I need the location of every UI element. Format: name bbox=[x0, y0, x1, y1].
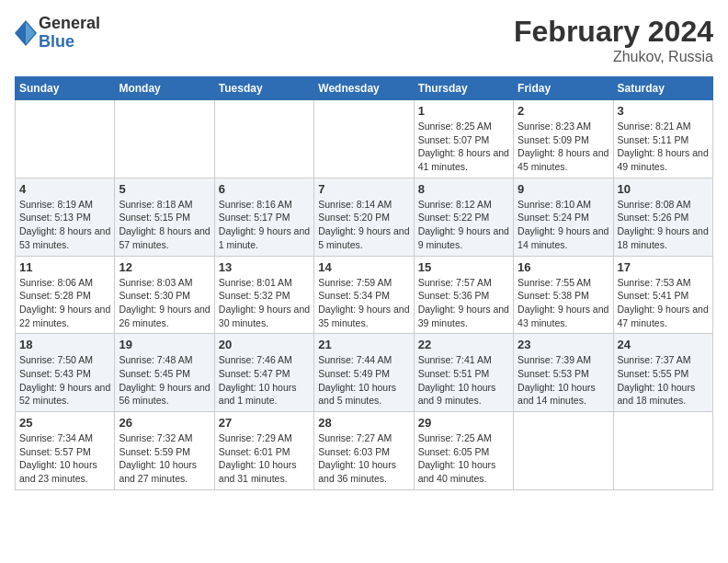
calendar-cell-5-6 bbox=[514, 412, 613, 490]
calendar-cell-2-2: 5Sunrise: 8:18 AM Sunset: 5:15 PM Daylig… bbox=[115, 178, 214, 256]
day-number: 21 bbox=[318, 338, 409, 351]
calendar-cell-1-5: 1Sunrise: 8:25 AM Sunset: 5:07 PM Daylig… bbox=[414, 100, 513, 178]
logo: General Blue bbox=[15, 15, 100, 52]
calendar-cell-3-3: 13Sunrise: 8:01 AM Sunset: 5:32 PM Dayli… bbox=[214, 256, 313, 334]
day-info: Sunrise: 8:16 AM Sunset: 5:17 PM Dayligh… bbox=[219, 198, 310, 252]
calendar-cell-3-5: 15Sunrise: 7:57 AM Sunset: 5:36 PM Dayli… bbox=[414, 256, 513, 334]
day-info: Sunrise: 7:39 AM Sunset: 5:53 PM Dayligh… bbox=[518, 353, 609, 408]
day-info: Sunrise: 8:23 AM Sunset: 5:09 PM Dayligh… bbox=[518, 120, 609, 174]
day-number: 9 bbox=[518, 182, 609, 196]
logo-text: General Blue bbox=[39, 15, 100, 52]
day-info: Sunrise: 7:27 AM Sunset: 6:03 PM Dayligh… bbox=[318, 431, 409, 486]
calendar-cell-5-4: 28Sunrise: 7:27 AM Sunset: 6:03 PM Dayli… bbox=[314, 412, 414, 490]
day-number: 29 bbox=[418, 416, 509, 430]
day-info: Sunrise: 8:08 AM Sunset: 5:26 PM Dayligh… bbox=[618, 198, 709, 252]
header-tuesday: Tuesday bbox=[214, 77, 313, 100]
day-info: Sunrise: 7:50 AM Sunset: 5:43 PM Dayligh… bbox=[19, 353, 110, 408]
calendar-cell-1-6: 2Sunrise: 8:23 AM Sunset: 5:09 PM Daylig… bbox=[514, 100, 613, 178]
calendar-cell-2-5: 8Sunrise: 8:12 AM Sunset: 5:22 PM Daylig… bbox=[414, 178, 513, 256]
header-monday: Monday bbox=[115, 77, 214, 100]
day-info: Sunrise: 8:19 AM Sunset: 5:13 PM Dayligh… bbox=[19, 198, 110, 252]
header: General Blue February 2024 Zhukov, Russi… bbox=[15, 15, 713, 65]
calendar-cell-5-7 bbox=[613, 412, 712, 490]
calendar-cell-4-4: 21Sunrise: 7:44 AM Sunset: 5:49 PM Dayli… bbox=[314, 334, 414, 412]
day-info: Sunrise: 8:14 AM Sunset: 5:20 PM Dayligh… bbox=[318, 198, 409, 252]
day-info: Sunrise: 7:29 AM Sunset: 6:01 PM Dayligh… bbox=[219, 431, 310, 486]
calendar-cell-1-7: 3Sunrise: 8:21 AM Sunset: 5:11 PM Daylig… bbox=[613, 100, 712, 178]
header-wednesday: Wednesday bbox=[314, 77, 414, 100]
day-info: Sunrise: 7:41 AM Sunset: 5:51 PM Dayligh… bbox=[418, 353, 509, 408]
calendar-week-5: 25Sunrise: 7:34 AM Sunset: 5:57 PM Dayli… bbox=[16, 412, 713, 490]
calendar-cell-2-1: 4Sunrise: 8:19 AM Sunset: 5:13 PM Daylig… bbox=[16, 178, 115, 256]
day-info: Sunrise: 7:25 AM Sunset: 6:05 PM Dayligh… bbox=[418, 431, 509, 486]
calendar-cell-1-1 bbox=[16, 100, 115, 178]
calendar-week-3: 11Sunrise: 8:06 AM Sunset: 5:28 PM Dayli… bbox=[16, 256, 713, 334]
day-number: 6 bbox=[219, 182, 310, 196]
calendar-table: Sunday Monday Tuesday Wednesday Thursday… bbox=[15, 76, 713, 490]
calendar-cell-1-2 bbox=[115, 100, 214, 178]
day-number: 19 bbox=[119, 338, 210, 351]
logo-blue-text: Blue bbox=[39, 33, 100, 52]
location-subtitle: Zhukov, Russia bbox=[514, 49, 713, 65]
calendar-cell-1-4 bbox=[314, 100, 414, 178]
day-info: Sunrise: 8:25 AM Sunset: 5:07 PM Dayligh… bbox=[418, 120, 509, 174]
calendar-cell-5-1: 25Sunrise: 7:34 AM Sunset: 5:57 PM Dayli… bbox=[16, 412, 115, 490]
logo-icon bbox=[15, 20, 37, 46]
calendar-week-1: 1Sunrise: 8:25 AM Sunset: 5:07 PM Daylig… bbox=[16, 100, 713, 178]
day-number: 17 bbox=[618, 260, 709, 274]
day-info: Sunrise: 8:21 AM Sunset: 5:11 PM Dayligh… bbox=[618, 120, 709, 174]
header-saturday: Saturday bbox=[613, 77, 712, 100]
day-info: Sunrise: 8:06 AM Sunset: 5:28 PM Dayligh… bbox=[19, 276, 110, 330]
day-info: Sunrise: 7:48 AM Sunset: 5:45 PM Dayligh… bbox=[119, 353, 210, 408]
day-number: 2 bbox=[518, 104, 609, 118]
day-number: 10 bbox=[618, 182, 709, 196]
calendar-cell-5-3: 27Sunrise: 7:29 AM Sunset: 6:01 PM Dayli… bbox=[214, 412, 313, 490]
calendar-cell-4-6: 23Sunrise: 7:39 AM Sunset: 5:53 PM Dayli… bbox=[514, 334, 613, 412]
day-info: Sunrise: 7:57 AM Sunset: 5:36 PM Dayligh… bbox=[418, 276, 509, 330]
day-number: 22 bbox=[418, 338, 509, 351]
day-number: 28 bbox=[318, 416, 409, 430]
day-info: Sunrise: 8:10 AM Sunset: 5:24 PM Dayligh… bbox=[518, 198, 609, 252]
day-number: 24 bbox=[618, 338, 709, 351]
header-thursday: Thursday bbox=[414, 77, 513, 100]
day-info: Sunrise: 8:18 AM Sunset: 5:15 PM Dayligh… bbox=[119, 198, 210, 252]
calendar-cell-3-7: 17Sunrise: 7:53 AM Sunset: 5:41 PM Dayli… bbox=[613, 256, 712, 334]
day-info: Sunrise: 7:53 AM Sunset: 5:41 PM Dayligh… bbox=[618, 276, 709, 330]
day-number: 11 bbox=[19, 260, 110, 274]
day-info: Sunrise: 8:12 AM Sunset: 5:22 PM Dayligh… bbox=[418, 198, 509, 252]
day-number: 27 bbox=[219, 416, 310, 430]
day-info: Sunrise: 7:32 AM Sunset: 5:59 PM Dayligh… bbox=[119, 431, 210, 486]
calendar-cell-2-3: 6Sunrise: 8:16 AM Sunset: 5:17 PM Daylig… bbox=[214, 178, 313, 256]
day-number: 16 bbox=[518, 260, 609, 274]
calendar-cell-5-5: 29Sunrise: 7:25 AM Sunset: 6:05 PM Dayli… bbox=[414, 412, 513, 490]
header-sunday: Sunday bbox=[16, 77, 115, 100]
day-info: Sunrise: 7:59 AM Sunset: 5:34 PM Dayligh… bbox=[318, 276, 409, 330]
day-number: 26 bbox=[119, 416, 210, 430]
calendar-cell-3-2: 12Sunrise: 8:03 AM Sunset: 5:30 PM Dayli… bbox=[115, 256, 214, 334]
header-friday: Friday bbox=[514, 77, 613, 100]
calendar-cell-4-1: 18Sunrise: 7:50 AM Sunset: 5:43 PM Dayli… bbox=[16, 334, 115, 412]
day-number: 23 bbox=[518, 338, 609, 351]
day-number: 18 bbox=[19, 338, 110, 351]
calendar-week-2: 4Sunrise: 8:19 AM Sunset: 5:13 PM Daylig… bbox=[16, 178, 713, 256]
day-number: 15 bbox=[418, 260, 509, 274]
page-container: General Blue February 2024 Zhukov, Russi… bbox=[0, 0, 728, 498]
calendar-cell-4-7: 24Sunrise: 7:37 AM Sunset: 5:55 PM Dayli… bbox=[613, 334, 712, 412]
day-number: 14 bbox=[318, 260, 409, 274]
logo-general-text: General bbox=[39, 15, 100, 33]
calendar-cell-3-1: 11Sunrise: 8:06 AM Sunset: 5:28 PM Dayli… bbox=[16, 256, 115, 334]
day-info: Sunrise: 8:01 AM Sunset: 5:32 PM Dayligh… bbox=[219, 276, 310, 330]
day-number: 1 bbox=[418, 104, 509, 118]
calendar-cell-3-4: 14Sunrise: 7:59 AM Sunset: 5:34 PM Dayli… bbox=[314, 256, 414, 334]
day-number: 13 bbox=[219, 260, 310, 274]
calendar-cell-1-3 bbox=[214, 100, 313, 178]
day-info: Sunrise: 7:44 AM Sunset: 5:49 PM Dayligh… bbox=[318, 353, 409, 408]
day-info: Sunrise: 7:55 AM Sunset: 5:38 PM Dayligh… bbox=[518, 276, 609, 330]
month-title: February 2024 bbox=[514, 15, 713, 49]
day-number: 5 bbox=[119, 182, 210, 196]
calendar-cell-2-4: 7Sunrise: 8:14 AM Sunset: 5:20 PM Daylig… bbox=[314, 178, 414, 256]
day-info: Sunrise: 8:03 AM Sunset: 5:30 PM Dayligh… bbox=[119, 276, 210, 330]
calendar-cell-3-6: 16Sunrise: 7:55 AM Sunset: 5:38 PM Dayli… bbox=[514, 256, 613, 334]
calendar-week-4: 18Sunrise: 7:50 AM Sunset: 5:43 PM Dayli… bbox=[16, 334, 713, 412]
title-section: February 2024 Zhukov, Russia bbox=[514, 15, 713, 65]
